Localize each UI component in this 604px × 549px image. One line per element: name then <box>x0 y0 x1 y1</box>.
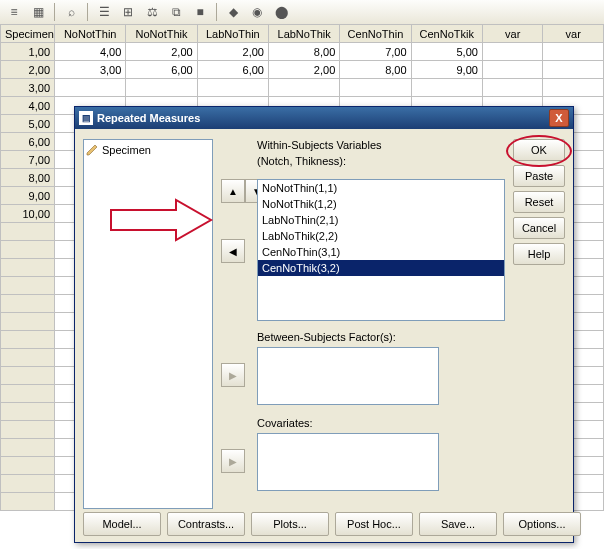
grid-cell[interactable]: 2,00 <box>126 43 197 61</box>
plots-button[interactable]: Plots... <box>251 512 329 536</box>
column-header[interactable]: LabNoThin <box>197 25 268 43</box>
toolbar-icon[interactable]: ≡ <box>4 2 24 22</box>
add-covariate-button[interactable]: ▶ <box>221 449 245 473</box>
list-item[interactable]: CenNoThin(3,1) <box>258 244 504 260</box>
row-header[interactable] <box>1 457 55 475</box>
row-header[interactable] <box>1 349 55 367</box>
posthoc-button[interactable]: Post Hoc... <box>335 512 413 536</box>
row-header[interactable] <box>1 421 55 439</box>
grid-cell[interactable]: 8,00 <box>268 43 339 61</box>
list-item[interactable]: LabNoThik(2,2) <box>258 228 504 244</box>
dialog-titlebar[interactable]: ▤ Repeated Measures X <box>75 107 573 129</box>
list-item[interactable]: NoNotThik(1,2) <box>258 196 504 212</box>
toolbar-icon[interactable]: ⌕ <box>61 2 81 22</box>
row-header[interactable]: 9,00 <box>1 187 55 205</box>
grid-cell[interactable] <box>268 79 339 97</box>
paste-button[interactable]: Paste <box>513 165 565 187</box>
row-header[interactable] <box>1 223 55 241</box>
row-header[interactable] <box>1 241 55 259</box>
row-header[interactable] <box>1 277 55 295</box>
options-button[interactable]: Options... <box>503 512 581 536</box>
column-header[interactable]: NoNotThik <box>126 25 197 43</box>
row-header[interactable]: 2,00 <box>1 61 55 79</box>
contrasts-button[interactable]: Contrasts... <box>167 512 245 536</box>
list-item-label: Specimen <box>102 144 151 156</box>
row-header[interactable]: 10,00 <box>1 205 55 223</box>
grid-cell[interactable]: 9,00 <box>411 61 482 79</box>
row-header[interactable] <box>1 367 55 385</box>
row-header[interactable]: 8,00 <box>1 169 55 187</box>
grid-cell[interactable] <box>482 61 543 79</box>
row-header[interactable]: 4,00 <box>1 97 55 115</box>
grid-cell[interactable] <box>411 79 482 97</box>
column-header[interactable]: LabNoThik <box>268 25 339 43</box>
ok-button[interactable]: OK <box>513 139 565 161</box>
row-header[interactable] <box>1 439 55 457</box>
reset-button[interactable]: Reset <box>513 191 565 213</box>
between-subjects-list[interactable] <box>257 347 439 405</box>
grid-cell[interactable]: 5,00 <box>411 43 482 61</box>
column-header[interactable]: CenNoThin <box>340 25 411 43</box>
column-header[interactable]: NoNotThin <box>55 25 126 43</box>
grid-cell[interactable]: 3,00 <box>55 61 126 79</box>
row-header[interactable]: 1,00 <box>1 43 55 61</box>
row-header[interactable]: 6,00 <box>1 133 55 151</box>
grid-cell[interactable]: 6,00 <box>126 61 197 79</box>
column-header[interactable]: var <box>482 25 543 43</box>
toolbar-icon[interactable]: ◉ <box>247 2 267 22</box>
toolbar-icon[interactable]: ⚖ <box>142 2 162 22</box>
row-header[interactable] <box>1 295 55 313</box>
toolbar-icon[interactable]: ☰ <box>94 2 114 22</box>
row-header-column[interactable]: Specimen <box>1 25 55 43</box>
save-button[interactable]: Save... <box>419 512 497 536</box>
list-item[interactable]: LabNoThin(2,1) <box>258 212 504 228</box>
model-button[interactable]: Model... <box>83 512 161 536</box>
row-header[interactable] <box>1 259 55 277</box>
row-header[interactable] <box>1 475 55 493</box>
toolbar-icon[interactable]: ⬤ <box>271 2 291 22</box>
covariates-list[interactable] <box>257 433 439 491</box>
grid-cell[interactable]: 4,00 <box>55 43 126 61</box>
grid-cell[interactable] <box>543 61 604 79</box>
row-header[interactable] <box>1 331 55 349</box>
row-header[interactable] <box>1 313 55 331</box>
row-header[interactable]: 5,00 <box>1 115 55 133</box>
list-item[interactable]: Specimen <box>86 142 210 158</box>
grid-cell[interactable] <box>126 79 197 97</box>
remove-within-button[interactable]: ◀ <box>221 239 245 263</box>
column-header[interactable]: var <box>543 25 604 43</box>
toolbar-icon[interactable]: ⊞ <box>118 2 138 22</box>
row-header[interactable] <box>1 385 55 403</box>
toolbar-icon[interactable]: ◆ <box>223 2 243 22</box>
toolbar-icon[interactable]: ⧉ <box>166 2 186 22</box>
close-button[interactable]: X <box>549 109 569 127</box>
grid-cell[interactable] <box>55 79 126 97</box>
grid-cell[interactable] <box>197 79 268 97</box>
grid-cell[interactable] <box>482 43 543 61</box>
row-header[interactable] <box>1 493 55 511</box>
row-header[interactable] <box>1 403 55 421</box>
row-header[interactable]: 7,00 <box>1 151 55 169</box>
grid-cell[interactable] <box>482 79 543 97</box>
grid-cell[interactable]: 8,00 <box>340 61 411 79</box>
within-subjects-list[interactable]: NoNotThin(1,1)NoNotThik(1,2)LabNoThin(2,… <box>257 179 505 321</box>
toolbar-icon[interactable]: ▦ <box>28 2 48 22</box>
column-header[interactable]: CenNoTkik <box>411 25 482 43</box>
grid-cell[interactable]: 6,00 <box>197 61 268 79</box>
list-item[interactable]: CenNoThik(3,2) <box>258 260 504 276</box>
row-header[interactable]: 3,00 <box>1 79 55 97</box>
grid-cell[interactable]: 7,00 <box>340 43 411 61</box>
help-button[interactable]: Help <box>513 243 565 265</box>
add-between-button[interactable]: ▶ <box>221 363 245 387</box>
svg-marker-0 <box>87 145 97 155</box>
grid-cell[interactable] <box>543 79 604 97</box>
grid-cell[interactable]: 2,00 <box>268 61 339 79</box>
grid-cell[interactable]: 2,00 <box>197 43 268 61</box>
move-up-button[interactable]: ▲ <box>221 179 245 203</box>
toolbar-icon[interactable]: ■ <box>190 2 210 22</box>
source-variable-list[interactable]: Specimen <box>83 139 213 509</box>
cancel-button[interactable]: Cancel <box>513 217 565 239</box>
grid-cell[interactable] <box>340 79 411 97</box>
grid-cell[interactable] <box>543 43 604 61</box>
list-item[interactable]: NoNotThin(1,1) <box>258 180 504 196</box>
